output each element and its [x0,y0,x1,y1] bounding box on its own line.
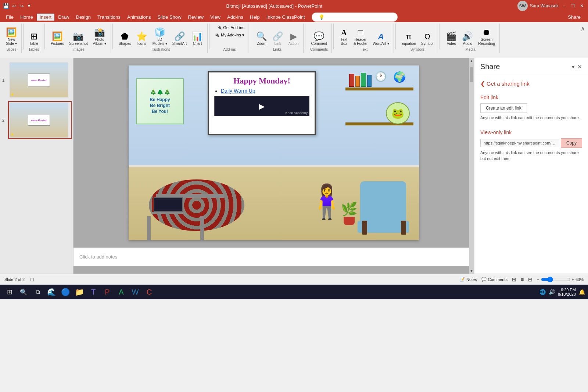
smartart-label: SmartArt [172,42,187,46]
slide-thumb-1[interactable]: 1 Happy Monday! ★ [8,61,72,99]
comment-button[interactable]: 💬 Comment [309,31,329,47]
search-taskbar-button[interactable]: 🔍 [17,285,30,299]
zoom-in-button[interactable]: + [572,277,574,282]
audio-button[interactable]: 🔊 Audio [460,31,475,47]
get-addins-label: Get Add-ins [223,25,244,30]
user-avatar[interactable]: SW [517,1,528,11]
minimize-button[interactable]: − [561,3,567,9]
my-addins-button[interactable]: 🔌 My Add-ins ▾ [213,32,245,38]
view-slide-sorter-button[interactable]: ⊟ [528,277,533,282]
shelf-items [349,73,372,87]
share-back-link[interactable]: ❮ Get a sharing link [480,80,582,87]
menu-classpoint[interactable]: Inknoe ClassPoint [263,14,308,21]
menu-slideshow[interactable]: Slide Show [154,14,184,21]
menu-addins[interactable]: Add-ins [224,14,246,21]
edge-taskbar[interactable]: 🌊 [45,285,58,299]
chart-button[interactable]: 📊 Chart [190,31,205,47]
book1 [349,74,354,87]
video-thumbnail[interactable]: ▶ Khan Academy [214,96,309,116]
menu-animations[interactable]: Animations [124,14,154,21]
clock: 🕐 [375,71,387,82]
explorer-taskbar[interactable]: 📁 [73,285,86,299]
menu-home[interactable]: Home [17,14,36,21]
powerpoint-taskbar[interactable]: P [101,285,114,299]
menu-help[interactable]: Help [247,14,263,21]
notes-placeholder: Click to add notes [79,254,117,260]
equation-button[interactable]: π Equation [399,32,418,47]
task-view-button[interactable]: ⧉ [31,285,44,299]
notes-button[interactable]: 📝 Notes [460,277,477,282]
slide-thumb-2[interactable]: 2 Happy Monday! ★ [8,101,72,139]
text-box-button[interactable]: A TextBox [337,28,351,47]
back-link-label: Get a sharing link [487,81,530,87]
slide-canvas[interactable]: 🎄 🌲 🎄 Be Happy Be Bright Be You! Happy M… [129,65,419,240]
ribbon-collapse-button[interactable]: ∧ [581,25,585,32]
view-link-input[interactable] [480,139,559,147]
wordart-button[interactable]: A WordArt ▾ [370,32,391,47]
link-button[interactable]: 🔗 Link [270,31,286,47]
notes-area[interactable]: Click to add notes [74,247,474,266]
shapes-button[interactable]: ⬟ Shapes [116,31,133,47]
create-edit-link-button[interactable]: Create an edit link [480,103,527,113]
smartart-button[interactable]: 🔗 SmartArt [170,31,189,47]
photo-album-button[interactable]: 📸 PhotoAlbum ▾ [91,27,108,47]
3d-models-button[interactable]: 🧊 3DModels ▾ [150,27,169,47]
menu-review[interactable]: Review [185,14,207,21]
redo-icon[interactable]: ↪ [19,3,24,9]
action-button[interactable]: ▶ Action [286,31,301,47]
video-button[interactable]: 🎬 Video [444,31,459,47]
warm-up-link[interactable]: Daily Warm Up [221,88,255,94]
comments-button[interactable]: 💬 Comments [481,277,508,282]
app1-taskbar[interactable]: A [115,285,128,299]
scroll-thumb[interactable] [470,67,473,82]
screenshot-button[interactable]: 📷 Screenshot [67,31,90,47]
close-button[interactable]: ✕ [578,3,585,9]
start-button[interactable]: ⊞ [3,285,16,299]
scroll-up-arrow[interactable]: ▲ [469,58,474,64]
menu-design[interactable]: Design [73,14,94,21]
menu-draw[interactable]: Draw [55,14,72,21]
get-addins-button[interactable]: 🔌 Get Add-ins [215,24,245,31]
zoom-button[interactable]: 🔍 Zoom [254,31,269,47]
share-button[interactable]: Share [563,14,585,21]
save-icon[interactable]: 💾 [3,3,9,9]
pictures-button[interactable]: 🖼️ Pictures [49,31,66,47]
sep5 [250,24,250,49]
share-close-button[interactable]: ✕ [577,63,582,70]
view-outline-button[interactable]: ≡ [521,277,524,282]
restore-button[interactable]: ❐ [570,3,576,9]
share-dropdown-button[interactable]: ▾ [572,64,574,70]
header-footer-icon: □ [358,28,363,37]
menu-transitions[interactable]: Transitions [94,14,123,21]
shelf-top: 🕐 🌍 [345,88,413,90]
zoom-range[interactable] [541,277,570,282]
zoom-out-button[interactable]: − [537,277,539,282]
header-footer-button[interactable]: □ Header& Footer [351,27,370,47]
chrome-taskbar[interactable]: 🔵 [59,285,72,299]
menu-insert[interactable]: Insert [37,14,55,21]
laptop-base [152,212,184,214]
canvas-area: ▲ ▼ 🎄 🌲 🎄 Be Happy Be Bright Be Y [74,58,474,274]
icons-button[interactable]: ⭐ Icons [134,31,150,47]
table-button[interactable]: ⊞ Table [27,31,40,47]
customize-icon[interactable]: ▼ [27,3,31,8]
photo-album-label: PhotoAlbum ▾ [93,38,106,46]
menu-file[interactable]: File [3,14,17,21]
teams-taskbar[interactable]: T [87,285,100,299]
play-icon[interactable]: ▶ [259,102,265,111]
app3-taskbar[interactable]: C [143,285,156,299]
new-slide-button[interactable]: 🖼️ NewSlide ▾ [4,27,19,47]
app2-taskbar[interactable]: W [129,285,142,299]
symbol-button[interactable]: Ω Symbol [419,32,435,47]
view-normal-button[interactable]: ⊞ [512,277,516,282]
menu-view[interactable]: View [207,14,223,21]
zoom-slider[interactable]: − + 63% [537,277,584,282]
vertical-scrollbar[interactable]: ▲ ▼ [469,58,474,274]
copy-button[interactable]: Copy [561,138,582,148]
tell-me-input[interactable]: 💡 Tell me what you want to do [312,13,398,22]
undo-icon[interactable]: ↩ [12,3,17,9]
scroll-down-arrow[interactable]: ▼ [469,268,474,274]
ribbon-group-symbols-label: Symbols [410,47,424,52]
screen-recording-button[interactable]: ⏺ ScreenRecording [476,27,497,47]
taskbar-notification-icon[interactable]: 🔔 [579,289,585,295]
